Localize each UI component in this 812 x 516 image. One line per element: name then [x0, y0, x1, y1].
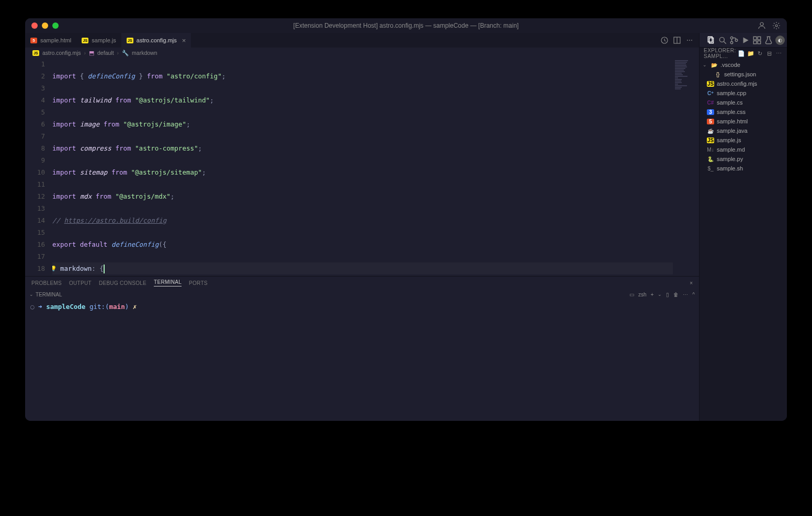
new-file-icon[interactable]: 📄	[738, 50, 745, 57]
tree-label: sample.md	[717, 146, 745, 153]
panel-tabs: PROBLEMS OUTPUT DEBUG CONSOLE TERMINAL P…	[25, 277, 699, 289]
breadcrumb-file: astro.config.mjs	[42, 50, 81, 56]
tree-file-sample-java[interactable]: ☕sample.java	[700, 126, 787, 135]
svg-rect-13	[758, 37, 761, 40]
split-terminal-icon[interactable]: ▯	[666, 292, 669, 297]
tree-file-sample-html[interactable]: 5sample.html	[700, 117, 787, 126]
tree-file-sample-cpp[interactable]: C⁺sample.cpp	[700, 88, 787, 98]
account-icon[interactable]	[758, 21, 766, 30]
breadcrumb-symbol: default	[97, 50, 114, 56]
tree-folder-vscode[interactable]: ⌄ 📂 .vscode	[700, 60, 787, 70]
panel-tab-terminal[interactable]: TERMINAL	[154, 279, 182, 286]
extensions-icon[interactable]	[752, 36, 762, 45]
chevron-right-icon: ›	[84, 50, 86, 56]
tab-label: astro.config.mjs	[137, 37, 177, 43]
panel-tab-debug[interactable]: DEBUG CONSOLE	[99, 280, 146, 286]
folder-icon: 📂	[710, 62, 718, 68]
js-icon: JS	[127, 38, 133, 43]
svg-rect-15	[758, 41, 761, 44]
tree-label: sample.cpp	[717, 90, 746, 96]
maximize-window-button[interactable]	[52, 22, 59, 29]
history-icon[interactable]	[660, 36, 669, 44]
tab-sample-js[interactable]: JS sample.js	[76, 33, 121, 48]
tree-file-sample-sh[interactable]: $_sample.sh	[700, 164, 787, 173]
svg-rect-12	[753, 37, 757, 40]
testing-icon[interactable]	[764, 36, 773, 45]
tabs-bar: 5 sample.html JS sample.js JS astro.conf…	[25, 33, 699, 48]
svg-line-8	[724, 41, 726, 44]
css-icon: 3	[707, 109, 714, 115]
chevron-right-icon: ›	[117, 50, 119, 56]
more-icon[interactable]: ⋯	[775, 50, 783, 57]
tree-label: sample.sh	[717, 165, 743, 171]
symbol-icon: ⬒	[89, 50, 94, 56]
js-icon: JS	[32, 50, 39, 56]
vscode-window: [Extension Development Host] astro.confi…	[25, 18, 787, 421]
tree-file-sample-py[interactable]: 🐍sample.py	[700, 154, 787, 164]
tree-file-settings[interactable]: {}settings.json	[700, 70, 787, 79]
tree-label: astro.config.mjs	[717, 81, 757, 87]
html-icon: 5	[707, 119, 714, 124]
bottom-panel: PROBLEMS OUTPUT DEBUG CONSOLE TERMINAL P…	[25, 276, 699, 421]
tree-label: sample.cs	[717, 99, 743, 106]
shell-icon: ▭	[629, 292, 634, 297]
more-icon[interactable]: ⋯	[683, 292, 688, 297]
search-icon[interactable]	[718, 36, 727, 45]
main-area: 5 sample.html JS sample.js JS astro.conf…	[25, 33, 787, 421]
tree-file-sample-cs[interactable]: C#sample.cs	[700, 98, 787, 107]
tree-file-sample-md[interactable]: M↓sample.md	[700, 145, 787, 154]
tree-file-astro-config[interactable]: JSastro.config.mjs	[700, 79, 787, 88]
lightbulb-icon[interactable]: 💡	[52, 262, 57, 274]
gear-icon[interactable]	[772, 21, 781, 30]
activity-bar: ◐	[700, 33, 787, 48]
run-debug-icon[interactable]	[741, 36, 750, 45]
svg-point-0	[760, 22, 763, 26]
python-icon: 🐍	[707, 156, 714, 162]
tree-file-sample-css[interactable]: 3sample.css	[700, 107, 787, 117]
cpp-icon: C⁺	[707, 90, 714, 96]
new-folder-icon[interactable]: 📁	[747, 50, 754, 57]
window-title: [Extension Development Host] astro.confi…	[294, 22, 519, 29]
java-icon: ☕	[707, 128, 714, 134]
breadcrumb[interactable]: JS astro.config.mjs › ⬒ default › 🔧 mark…	[25, 48, 699, 58]
shell-icon: $_	[707, 166, 714, 171]
shell-name[interactable]: zsh	[638, 292, 647, 297]
breadcrumb-symbol: markdown	[132, 50, 157, 56]
tab-label: sample.html	[40, 37, 71, 43]
add-terminal-icon[interactable]: +	[650, 292, 653, 297]
explorer-title: EXPLORER: SAMPL...	[704, 48, 738, 59]
svg-point-7	[719, 37, 724, 42]
extension-icon[interactable]: ◐	[775, 36, 785, 45]
editor-body[interactable]: 1 2 3 4 5 6 7 8 9 10 11 12 13 14 15 16 1	[25, 58, 699, 276]
terminal-body[interactable]: ○ ➜ sampleCode git:(main) ✗	[25, 300, 699, 421]
tree-label: sample.html	[717, 118, 748, 124]
tab-sample-html[interactable]: 5 sample.html	[25, 33, 76, 48]
cs-icon: C#	[707, 100, 714, 106]
more-icon[interactable]: ⋯	[685, 36, 694, 44]
tree-file-sample-js[interactable]: JSsample.js	[700, 135, 787, 145]
refresh-icon[interactable]: ↻	[757, 50, 764, 57]
panel-tab-problems[interactable]: PROBLEMS	[31, 280, 62, 286]
code-area[interactable]: import { defineConfig } from "astro/conf…	[52, 58, 673, 276]
chevron-down-icon[interactable]: ⌄	[658, 292, 662, 297]
tab-astro-config[interactable]: JS astro.config.mjs ×	[121, 33, 191, 48]
minimap[interactable]	[673, 58, 699, 276]
explorer-icon[interactable]	[706, 36, 716, 45]
tree-label: sample.py	[717, 156, 743, 162]
svg-rect-14	[753, 41, 757, 44]
html-icon: 5	[30, 38, 37, 43]
split-editor-icon[interactable]	[673, 36, 681, 44]
trash-icon[interactable]: 🗑	[673, 292, 679, 297]
panel-tab-ports[interactable]: PORTS	[189, 280, 208, 286]
titlebar: [Extension Development Host] astro.confi…	[25, 18, 787, 33]
collapse-icon[interactable]: ⊟	[766, 50, 773, 57]
chevron-down-icon[interactable]: ⌄	[29, 292, 33, 297]
close-window-button[interactable]	[31, 22, 38, 29]
chevron-down-icon: ⌄	[703, 62, 708, 67]
close-icon[interactable]: ×	[182, 37, 186, 44]
close-panel-icon[interactable]: ×	[690, 280, 693, 286]
maximize-panel-icon[interactable]: ^	[692, 292, 695, 297]
minimize-window-button[interactable]	[42, 22, 48, 29]
panel-tab-output[interactable]: OUTPUT	[69, 280, 92, 286]
source-control-icon[interactable]	[729, 36, 739, 45]
